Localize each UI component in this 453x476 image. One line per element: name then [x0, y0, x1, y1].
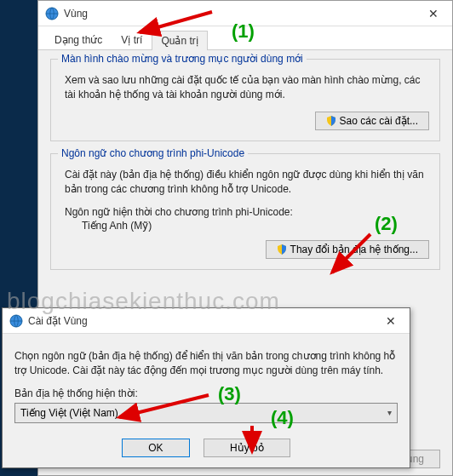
tab-format[interactable]: Dạng thức — [45, 30, 112, 49]
tab-location[interactable]: Vị trí — [112, 30, 152, 49]
tabs: Dạng thức Vị trí Quản trị — [38, 26, 452, 50]
change-locale-label: Thay đổi bản địa hệ thống... — [290, 244, 418, 255]
dialog-close-icon[interactable]: ✕ — [379, 314, 403, 328]
shield-icon — [277, 244, 287, 255]
dialog-body: Chọn ngôn ngữ (bản địa hệ thống) để hiển… — [3, 334, 410, 432]
tab-body: Màn hình chào mừng và trương mục người d… — [38, 50, 452, 290]
cancel-button[interactable]: Hủy bỏ — [204, 439, 290, 457]
close-icon[interactable]: ✕ — [421, 7, 445, 20]
copy-settings-button[interactable]: Sao các cài đặt... — [315, 112, 429, 130]
welcome-desc: Xem và sao lưu những cài đặt quốc tế của… — [65, 73, 429, 103]
dialog-buttons: OK Hủy bỏ — [3, 432, 410, 467]
chevron-down-icon: ▾ — [387, 408, 392, 417]
window-title: Vùng — [64, 8, 421, 20]
dialog-desc: Chọn ngôn ngữ (bản địa hệ thống) để hiển… — [14, 349, 398, 379]
copy-settings-label: Sao các cài đặt... — [340, 115, 418, 127]
globe-icon — [45, 7, 59, 20]
change-locale-button[interactable]: Thay đổi bản địa hệ thống... — [266, 240, 429, 259]
dialog-title: Cài đặt Vùng — [28, 315, 379, 327]
nonunicode-desc: Cài đặt này (bản địa hệ thống) điều khiể… — [65, 168, 429, 198]
dialog-titlebar: Cài đặt Vùng ✕ — [3, 308, 410, 334]
current-lang-label: Ngôn ngữ hiện thời cho chương trình phi-… — [65, 206, 429, 218]
locale-combo-label: Bản địa hệ thống hiện thời: — [14, 387, 398, 399]
tab-admin[interactable]: Quản trị — [152, 31, 207, 50]
region-settings-dialog: Cài đặt Vùng ✕ Chọn ngôn ngữ (bản địa hệ… — [2, 307, 410, 468]
titlebar: Vùng ✕ — [38, 1, 452, 26]
locale-combo-value: Tiếng Việt (Việt Nam) — [20, 407, 118, 419]
shield-icon — [326, 116, 336, 126]
locale-combo[interactable]: Tiếng Việt (Việt Nam) ▾ — [14, 403, 398, 423]
welcome-group: Màn hình chào mừng và trương mục người d… — [50, 59, 440, 141]
ok-button[interactable]: OK — [122, 439, 189, 457]
nonunicode-group-title: Ngôn ngữ cho chương trình phi-Unicode — [58, 147, 248, 159]
welcome-group-title: Màn hình chào mừng và trương mục người d… — [58, 53, 307, 65]
current-lang-value: Tiếng Anh (Mỹ) — [82, 220, 429, 232]
nonunicode-group: Ngôn ngữ cho chương trình phi-Unicode Cà… — [50, 153, 440, 270]
globe-icon — [9, 314, 23, 328]
